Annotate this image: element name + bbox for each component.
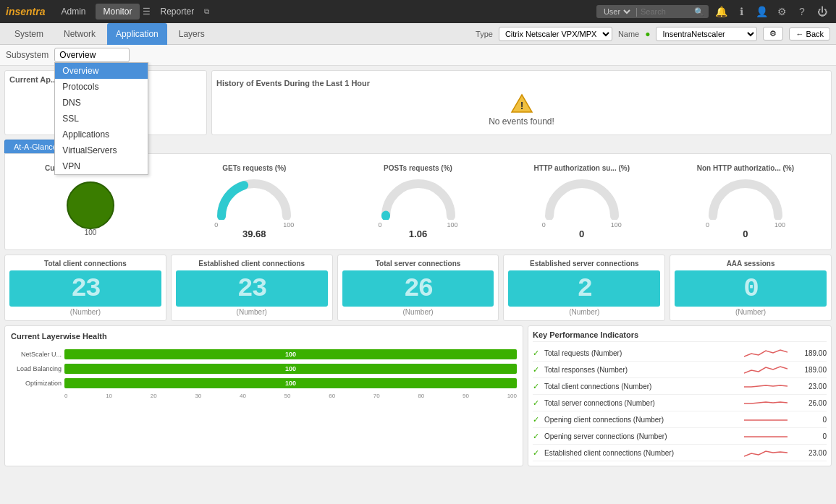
kpi-row-0: ✓ Total requests (Number) 189.00 [533, 345, 827, 362]
kpi-val-1: 189.00 [790, 366, 827, 374]
kpi-spark-4 [744, 413, 788, 426]
user-icon[interactable]: 👤 [753, 4, 769, 20]
notifications-icon[interactable]: 🔔 [713, 4, 729, 20]
gauge-posts-max: 100 [447, 221, 457, 228]
axis-90: 90 [463, 393, 469, 399]
metric-aaa-box: 0 [675, 270, 827, 307]
metrics-row: Total client connections 23 (Number) Est… [4, 255, 832, 321]
bar-row-optimization: Optimization 100 [11, 378, 517, 388]
svg-text:!: ! [520, 100, 523, 111]
bar-fill-netscaler: 100 [64, 349, 517, 359]
monitor-nav-btn[interactable]: Monitor [96, 4, 139, 20]
subsystem-bar: Subsystem Overview Protocols DNS SSL App… [0, 45, 836, 66]
metric-estab-server-title: Established server connections [530, 260, 639, 268]
axis-0: 0 [64, 393, 67, 399]
logo: insentra [6, 6, 45, 17]
warning-icon: ! [510, 93, 533, 114]
kpi-check-6: ✓ [533, 448, 541, 458]
gauge-gets: GETs requests (%) 0 100 39.68 [174, 160, 334, 244]
metric-total-client-unit: (Number) [70, 308, 101, 316]
settings-icon[interactable]: ⚙ [774, 4, 790, 20]
dropdown-item-vpn[interactable]: VPN [55, 158, 148, 174]
axis-20: 20 [151, 393, 157, 399]
tab-layers[interactable]: Layers [170, 23, 214, 45]
metric-total-server-value: 26 [404, 274, 432, 304]
events-panel: History of Events During the Last 1 Hour… [211, 70, 832, 135]
kpi-name-4: Opening client connections (Number) [544, 416, 741, 424]
config-gear-btn[interactable]: ⚙ [763, 27, 783, 40]
search-icon: 🔍 [694, 7, 704, 17]
gauge-non-http-auth-value: 0 [743, 228, 748, 239]
second-nav-right: Type Citrix Netscaler VPX/MPX Name ● Ins… [476, 27, 830, 41]
gauge-non-http-auth-title: Non HTTP authorizatio... (%) [697, 164, 794, 172]
help-icon[interactable]: ? [794, 4, 810, 20]
gauge-http-auth-title: HTTP authorization su... (%) [533, 164, 630, 172]
kpi-panel: Key Performance Indicators ✓ Total reque… [528, 325, 832, 466]
svg-point-2 [67, 182, 114, 228]
layerwise-panel: Current Layerwise Health NetScaler U... … [4, 325, 523, 466]
gauge-http-auth-svg [542, 176, 622, 220]
top-nav: insentra Admin Monitor ☰ Reporter ⧉ User… [0, 0, 836, 23]
user-select[interactable]: User [601, 7, 633, 17]
gauge-non-http-auth-svg [706, 176, 785, 220]
dropdown-item-ssl[interactable]: SSL [55, 111, 148, 127]
kpi-check-4: ✓ [533, 415, 541, 424]
metric-estab-client-box: 23 [176, 270, 328, 307]
name-select[interactable]: InsentraNetscaler [656, 27, 757, 41]
bar-track-loadbalancing: 100 [64, 364, 517, 374]
kpi-name-6: Established client connections (Number) [544, 449, 741, 457]
dropdown-item-applications[interactable]: Applications [55, 127, 148, 142]
gauge-http-auth-value: 0 [579, 228, 584, 239]
layerwise-title: Current Layerwise Health [11, 332, 517, 341]
search-input[interactable] [641, 7, 691, 16]
back-btn[interactable]: ← Back [789, 27, 830, 40]
info-icon[interactable]: ℹ [733, 4, 749, 20]
dropdown-item-dns[interactable]: DNS [55, 95, 148, 111]
subsystem-select[interactable]: Overview Protocols DNS SSL Applications … [54, 48, 130, 62]
kpi-spark-3 [744, 396, 788, 409]
reporter-nav-btn[interactable]: Reporter [153, 4, 202, 20]
gauge-http-auth: HTTP authorization su... (%) 0 100 0 [502, 160, 662, 244]
circle-gauge-value: 100 [85, 228, 97, 236]
kpi-row-2: ✓ Total client connections (Number) 23.0… [533, 378, 827, 395]
power-icon[interactable]: ⏻ [814, 4, 830, 20]
search-box: User | 🔍 [596, 5, 709, 18]
gauge-http-auth-max: 100 [611, 221, 622, 228]
bar-num-optimization: 100 [285, 380, 296, 387]
gauge-http-auth-labels: 0 100 [542, 221, 622, 228]
bar-fill-optimization: 100 [64, 378, 517, 388]
kpi-title: Key Performance Indicators [533, 330, 827, 342]
dropdown-item-virtualservers[interactable]: VirtualServers [55, 142, 148, 158]
metric-total-server-box: 26 [342, 270, 494, 307]
axis-80: 80 [418, 393, 424, 399]
bar-label-netscaler: NetScaler U... [11, 351, 62, 358]
bar-row-netscaler: NetScaler U... 100 [11, 349, 517, 359]
kpi-val-6: 23.00 [790, 449, 827, 457]
tab-application[interactable]: Application [107, 23, 167, 45]
gauge-posts-title: POSTs requests (%) [384, 164, 452, 172]
axis-50: 50 [284, 393, 291, 399]
tab-network[interactable]: Network [55, 23, 104, 45]
kpi-val-2: 23.00 [790, 383, 827, 390]
kpi-row-3: ✓ Total server connections (Number) 26.0… [533, 395, 827, 411]
type-select[interactable]: Citrix Netscaler VPX/MPX [499, 27, 612, 41]
top-nav-right: User | 🔍 🔔 ℹ 👤 ⚙ ? ⏻ [596, 4, 830, 20]
dropdown-item-overview[interactable]: Overview [55, 63, 148, 79]
gauge-gets-title: GETs requests (%) [222, 164, 286, 172]
kpi-check-5: ✓ [533, 432, 541, 441]
second-nav: System Network Application Layers Type C… [0, 23, 836, 45]
kpi-val-5: 0 [790, 432, 827, 440]
name-status-dot: ● [645, 29, 650, 39]
tab-system[interactable]: System [6, 23, 52, 45]
bar-row-loadbalancing: Load Balancing 100 [11, 364, 517, 374]
subsystem-dropdown[interactable]: Overview Protocols DNS SSL Applications … [54, 62, 148, 175]
kpi-name-5: Opening server connections (Number) [544, 432, 741, 440]
kpi-name-2: Total client connections (Number) [544, 383, 741, 390]
events-title: History of Events During the Last 1 Hour [216, 79, 827, 87]
dropdown-item-protocols[interactable]: Protocols [55, 79, 148, 95]
reporter-ext-icon: ⧉ [204, 7, 209, 16]
axis-10: 10 [106, 393, 112, 399]
bar-chart-area: NetScaler U... 100 Load Balancing 100 [11, 346, 517, 402]
name-label: Name [618, 30, 639, 38]
admin-nav-btn[interactable]: Admin [54, 4, 93, 20]
